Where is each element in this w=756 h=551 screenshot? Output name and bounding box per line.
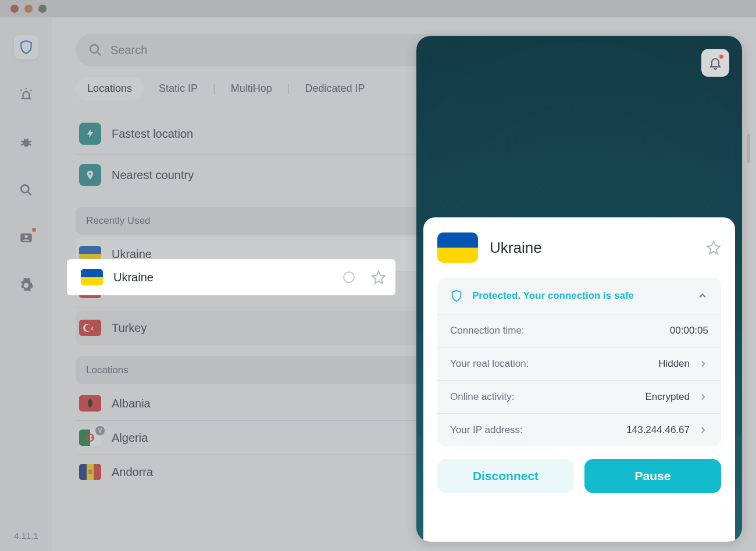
shield-icon bbox=[19, 40, 34, 55]
svg-point-1 bbox=[21, 185, 28, 192]
svg-rect-20 bbox=[88, 470, 92, 474]
stat-row-time: Connection time: 00:00:05 bbox=[437, 314, 721, 347]
version-label: 4.11.1 bbox=[14, 531, 38, 541]
search-icon bbox=[88, 43, 102, 57]
pin-icon bbox=[79, 164, 101, 186]
status-header[interactable]: Protected. Your connection is safe bbox=[437, 278, 721, 314]
svg-rect-5 bbox=[79, 246, 101, 254]
disconnect-button[interactable]: Disconnect bbox=[437, 459, 574, 493]
gear-icon bbox=[19, 278, 34, 293]
scrollbar-thumb[interactable] bbox=[747, 134, 750, 163]
svg-rect-24 bbox=[437, 248, 478, 263]
tab-staticip[interactable]: Static IP bbox=[147, 77, 209, 101]
flag-ukraine-icon bbox=[79, 246, 101, 262]
fastest-label: Fastest location bbox=[112, 127, 193, 141]
favorite-toggle[interactable] bbox=[706, 240, 721, 255]
window-titlebar bbox=[0, 0, 756, 17]
chevron-right-icon bbox=[698, 425, 708, 435]
chevron-right-icon bbox=[698, 392, 708, 402]
tab-multihop[interactable]: MultiHop bbox=[219, 77, 284, 101]
shield-icon bbox=[450, 288, 463, 303]
notifications-button[interactable] bbox=[701, 49, 729, 77]
notification-dot-icon bbox=[32, 228, 36, 232]
sidebar-item-search[interactable] bbox=[14, 178, 38, 202]
tab-dedicatedip[interactable]: Dedicated IP bbox=[294, 77, 377, 101]
bolt-icon bbox=[79, 123, 101, 145]
bug-icon bbox=[19, 135, 34, 150]
flag-ukraine-icon bbox=[437, 232, 478, 263]
svg-rect-19 bbox=[94, 464, 101, 480]
chevron-right-icon bbox=[698, 359, 708, 369]
svg-rect-17 bbox=[79, 464, 87, 480]
sidebar-item-vpn[interactable] bbox=[14, 35, 38, 59]
sidebar: 4.11.1 bbox=[0, 17, 52, 551]
chevron-up-icon bbox=[697, 290, 708, 302]
svg-point-3 bbox=[24, 235, 27, 238]
svg-point-9 bbox=[83, 284, 87, 288]
sidebar-item-settings[interactable] bbox=[14, 273, 38, 298]
connection-panel: Ukraine Protected. Your connection is sa… bbox=[416, 36, 742, 542]
flag-taiwan-icon bbox=[79, 282, 101, 298]
siren-icon bbox=[19, 87, 34, 102]
svg-point-0 bbox=[23, 139, 30, 147]
svg-point-4 bbox=[90, 45, 98, 53]
flag-albania-icon bbox=[79, 395, 101, 412]
pause-button[interactable]: Pause bbox=[584, 459, 721, 493]
flag-andorra-icon bbox=[79, 464, 101, 480]
window-max-button[interactable] bbox=[38, 5, 47, 13]
flag-turkey-icon bbox=[79, 320, 101, 336]
svg-rect-23 bbox=[437, 232, 478, 248]
nearest-label: Nearest country bbox=[112, 169, 194, 182]
status-box: Protected. Your connection is safe Conne… bbox=[437, 278, 721, 446]
connected-country-title: Ukraine bbox=[490, 239, 689, 257]
search-icon bbox=[19, 183, 34, 198]
stat-row-activity[interactable]: Online activity: Encrypted bbox=[437, 380, 721, 413]
tab-locations[interactable]: Locations bbox=[76, 77, 144, 101]
svg-rect-6 bbox=[79, 254, 101, 262]
sidebar-item-alert[interactable] bbox=[14, 83, 38, 107]
window-close-button[interactable] bbox=[10, 5, 19, 13]
notification-dot-icon bbox=[719, 55, 723, 59]
stat-row-location[interactable]: Your real location: Hidden bbox=[437, 347, 721, 380]
svg-point-12 bbox=[85, 324, 92, 331]
stat-row-ip[interactable]: Your IP address: 143.244.46.67 bbox=[437, 413, 721, 446]
person-card-icon bbox=[19, 230, 34, 245]
window-min-button[interactable] bbox=[24, 5, 33, 13]
virtual-badge-icon: V bbox=[95, 426, 105, 435]
status-text: Protected. Your connection is safe bbox=[472, 290, 687, 302]
connection-detail-card: Ukraine Protected. Your connection is sa… bbox=[423, 217, 735, 542]
svg-rect-14 bbox=[79, 430, 90, 446]
sidebar-item-antivirus[interactable] bbox=[14, 130, 38, 155]
sidebar-item-id[interactable] bbox=[14, 226, 38, 250]
